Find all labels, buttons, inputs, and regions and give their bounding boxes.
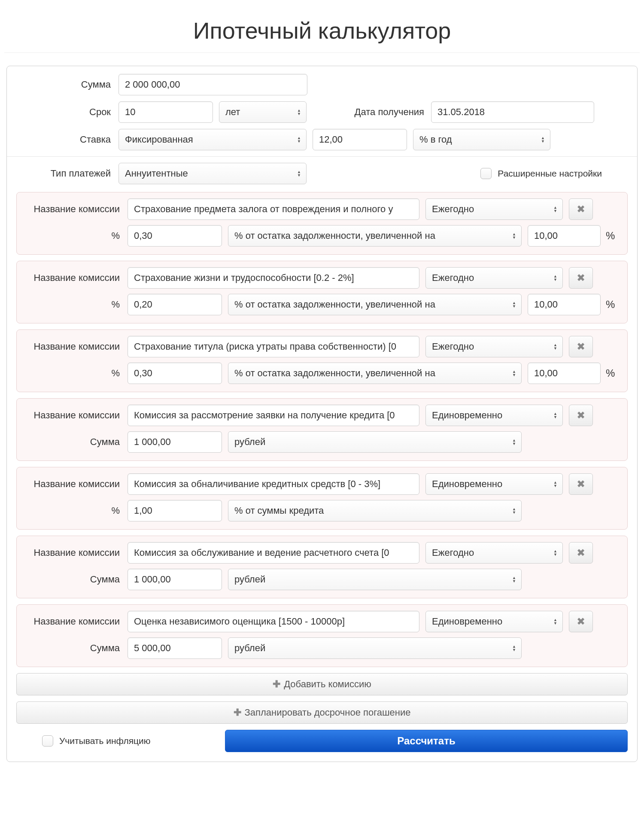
commission-basis-select[interactable]: % от остатка задолженности, увеличенной … xyxy=(228,363,522,384)
commission-name-input[interactable] xyxy=(128,336,419,357)
commission-block: Название комиссииЕжегодно✖Суммарублей xyxy=(16,536,628,598)
commission-name-input[interactable] xyxy=(128,198,419,220)
chevron-updown-icon xyxy=(553,549,557,556)
commission-value-label: % xyxy=(25,299,128,310)
plus-icon: ✚ xyxy=(234,707,241,718)
delete-commission-button[interactable]: ✖ xyxy=(569,473,593,495)
chevron-updown-icon xyxy=(512,645,516,652)
chevron-updown-icon xyxy=(553,481,557,488)
commission-freq-select[interactable]: Ежегодно xyxy=(425,198,563,220)
inflation-checkbox[interactable] xyxy=(42,735,53,747)
commission-freq-select[interactable]: Единовременно xyxy=(425,611,563,632)
commission-value-input[interactable] xyxy=(128,569,222,590)
commission-value-input[interactable] xyxy=(128,294,222,315)
commission-value-label: % xyxy=(25,505,128,516)
delete-commission-button[interactable]: ✖ xyxy=(569,198,593,220)
delete-commission-button[interactable]: ✖ xyxy=(569,611,593,632)
advanced-checkbox[interactable] xyxy=(480,168,492,179)
delete-commission-button[interactable]: ✖ xyxy=(569,267,593,289)
chevron-updown-icon xyxy=(512,232,516,239)
amount-input[interactable] xyxy=(118,74,307,95)
commission-value-input[interactable] xyxy=(128,431,222,453)
term-value-input[interactable] xyxy=(118,101,213,123)
calculate-label: Рассчитать xyxy=(397,735,455,747)
commission-name-label: Название комиссии xyxy=(25,616,128,627)
commission-block: Название комиссииЕжегодно✖%% от остатка … xyxy=(16,329,628,392)
commission-name-input[interactable] xyxy=(128,267,419,289)
commission-basis-value: рублей xyxy=(234,574,265,585)
commission-basis-select[interactable]: % от суммы кредита xyxy=(228,500,522,521)
close-icon: ✖ xyxy=(577,409,585,421)
commission-name-label: Название комиссии xyxy=(25,341,128,352)
commission-basis-value: % от остатка задолженности, увеличенной … xyxy=(234,368,435,379)
commission-basis-select[interactable]: рублей xyxy=(228,637,522,659)
rate-value-input[interactable] xyxy=(313,129,407,150)
rate-type-value: Фиксированная xyxy=(125,134,193,145)
chevron-updown-icon xyxy=(541,136,545,143)
chevron-updown-icon xyxy=(297,170,301,177)
commission-name-label: Название комиссии xyxy=(25,479,128,489)
commission-freq-select[interactable]: Единовременно xyxy=(425,405,563,426)
close-icon: ✖ xyxy=(577,272,585,284)
receipt-date-input[interactable] xyxy=(431,101,594,123)
commission-freq-select[interactable]: Ежегодно xyxy=(425,267,563,289)
close-icon: ✖ xyxy=(577,478,585,490)
chevron-updown-icon xyxy=(553,412,557,419)
advanced-label: Расширенные настройки xyxy=(498,168,602,179)
delete-commission-button[interactable]: ✖ xyxy=(569,542,593,564)
term-unit-value: лет xyxy=(225,107,240,118)
term-unit-select[interactable]: лет xyxy=(219,101,307,123)
add-commission-button[interactable]: ✚ Добавить комиссию xyxy=(16,673,628,695)
commission-extra-input[interactable] xyxy=(528,225,601,247)
commission-freq-select[interactable]: Единовременно xyxy=(425,473,563,495)
commission-basis-select[interactable]: % от остатка задолженности, увеличенной … xyxy=(228,294,522,315)
commission-basis-select[interactable]: рублей xyxy=(228,569,522,590)
commission-value-input[interactable] xyxy=(128,637,222,659)
commission-freq-select[interactable]: Ежегодно xyxy=(425,336,563,357)
commission-name-input[interactable] xyxy=(128,542,419,564)
delete-commission-button[interactable]: ✖ xyxy=(569,336,593,357)
commission-block: Название комиссииЕжегодно✖%% от остатка … xyxy=(16,192,628,255)
commission-value-label: % xyxy=(25,230,128,241)
rate-unit-value: % в год xyxy=(419,134,452,145)
commission-value-label: Сумма xyxy=(25,643,128,653)
close-icon: ✖ xyxy=(577,547,585,559)
payment-type-value: Аннуитентные xyxy=(125,168,188,179)
divider xyxy=(7,156,637,157)
commission-basis-value: рублей xyxy=(234,643,265,654)
commission-name-label: Название комиссии xyxy=(25,410,128,421)
plan-early-button[interactable]: ✚ Запланировать досрочное погашение xyxy=(16,701,628,724)
commission-basis-select[interactable]: % от остатка задолженности, увеличенной … xyxy=(228,225,522,247)
delete-commission-button[interactable]: ✖ xyxy=(569,405,593,426)
rate-unit-select[interactable]: % в год xyxy=(413,129,550,150)
commission-value-input[interactable] xyxy=(128,363,222,384)
plus-icon: ✚ xyxy=(273,679,280,690)
commission-freq-select[interactable]: Ежегодно xyxy=(425,542,563,564)
chevron-updown-icon xyxy=(512,439,516,445)
commission-block: Название комиссииЕдиновременно✖%% от сум… xyxy=(16,467,628,530)
commission-extra-input[interactable] xyxy=(528,294,601,315)
percent-sign: % xyxy=(606,299,619,311)
calculate-button[interactable]: Рассчитать xyxy=(225,730,628,752)
chevron-updown-icon xyxy=(297,136,301,143)
payment-type-select[interactable]: Аннуитентные xyxy=(118,163,307,184)
commission-value-input[interactable] xyxy=(128,225,222,247)
commission-basis-select[interactable]: рублей xyxy=(228,431,522,453)
commission-name-input[interactable] xyxy=(128,473,419,495)
commission-basis-value: % от остатка задолженности, увеличенной … xyxy=(234,299,435,310)
commission-value-label: Сумма xyxy=(25,574,128,585)
close-icon: ✖ xyxy=(577,341,585,353)
commission-name-input[interactable] xyxy=(128,611,419,632)
commission-extra-input[interactable] xyxy=(528,363,601,384)
commission-name-input[interactable] xyxy=(128,405,419,426)
commission-block: Название комиссииЕжегодно✖%% от остатка … xyxy=(16,261,628,323)
commission-freq-value: Единовременно xyxy=(432,410,502,421)
rate-type-select[interactable]: Фиксированная xyxy=(118,129,307,150)
commission-value-input[interactable] xyxy=(128,500,222,521)
calculator-form: Сумма Срок лет Дата получения Ставка Фик… xyxy=(6,66,638,762)
commission-block: Название комиссииЕдиновременно✖Суммарубл… xyxy=(16,398,628,461)
commission-freq-value: Ежегодно xyxy=(432,547,474,558)
close-icon: ✖ xyxy=(577,616,585,628)
percent-sign: % xyxy=(606,367,619,379)
commission-freq-value: Единовременно xyxy=(432,616,502,627)
